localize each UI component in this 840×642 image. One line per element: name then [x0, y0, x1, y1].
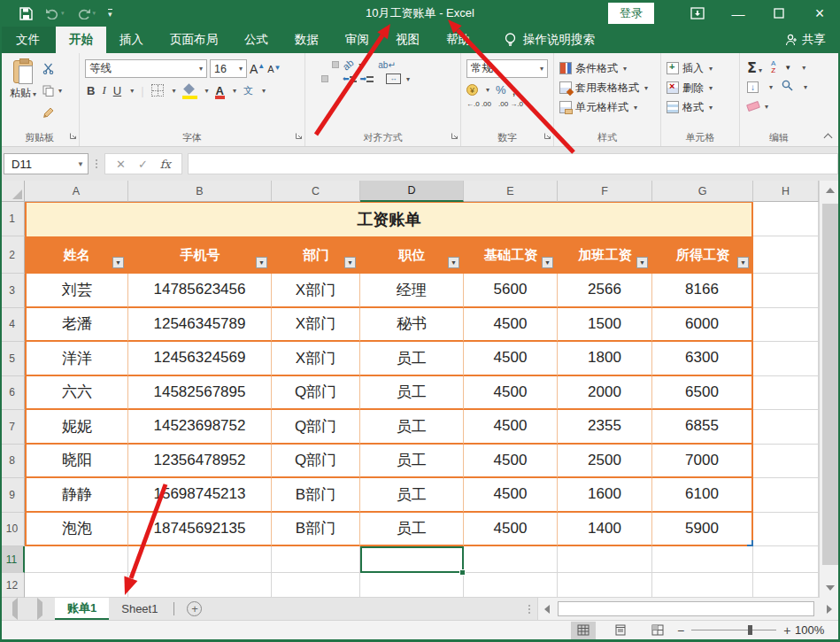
table-resize-handle[interactable]	[747, 540, 753, 546]
save-button[interactable]	[19, 7, 33, 20]
cell[interactable]	[652, 546, 753, 573]
column-filter-header[interactable]: 姓名▼	[25, 236, 128, 274]
align-bottom-button[interactable]	[332, 61, 339, 68]
column-header-F[interactable]: F	[558, 181, 652, 202]
cell[interactable]: Q部门	[272, 376, 360, 411]
row-header-2[interactable]: 2	[0, 236, 25, 274]
row-header-7[interactable]: 7	[0, 410, 25, 445]
cell[interactable]: 员工	[360, 445, 464, 479]
delete-cells-button[interactable]: 删除▾	[667, 78, 734, 97]
cell[interactable]: 4500	[464, 342, 558, 376]
decrease-indent-button[interactable]: ⬅	[343, 74, 357, 83]
font-size-select[interactable]: 16▾	[210, 59, 247, 78]
filter-button[interactable]: ▼	[737, 257, 749, 268]
cell[interactable]: 员工	[360, 410, 464, 445]
cell[interactable]: Q部门	[272, 445, 360, 479]
cell[interactable]: 12456324569	[128, 342, 272, 376]
align-right-button[interactable]	[332, 75, 339, 82]
tab-page-layout[interactable]: 页面布局	[157, 27, 231, 53]
cell[interactable]: X部门	[272, 342, 360, 376]
decrease-decimal-button[interactable]: .00 →.0	[498, 101, 523, 109]
row-header-1[interactable]: 1	[0, 202, 25, 236]
cell[interactable]: X部门	[272, 308, 360, 343]
row-header-9[interactable]: 9	[0, 478, 25, 513]
cell-styles-button[interactable]: 单元格样式▾	[559, 97, 655, 117]
tab-review[interactable]: 审阅	[332, 27, 382, 53]
cell[interactable]: 老潘	[25, 308, 128, 343]
tab-insert[interactable]: 插入	[106, 27, 157, 53]
row-header-3[interactable]: 3	[0, 274, 25, 308]
merge-center-button[interactable]: ↔	[386, 73, 401, 84]
clear-button[interactable]	[746, 101, 760, 112]
fill-handle[interactable]	[459, 569, 466, 576]
increase-indent-button[interactable]: ➡	[360, 74, 374, 83]
cell[interactable]	[558, 573, 652, 598]
cell[interactable]	[652, 573, 753, 598]
cell[interactable]: 泡泡	[25, 513, 128, 547]
scroll-up-button[interactable]	[820, 181, 840, 200]
cell[interactable]: 14582567895	[128, 376, 272, 411]
cell[interactable]: 晓阳	[25, 445, 128, 479]
column-header-A[interactable]: A	[25, 181, 128, 202]
shrink-font-button[interactable]: A▼	[267, 64, 281, 74]
cell[interactable]: 1400	[558, 513, 652, 547]
row-header-12[interactable]: 12	[0, 573, 25, 598]
tab-help[interactable]: 帮助	[433, 27, 483, 53]
tab-file[interactable]: 文件	[0, 27, 56, 53]
cell[interactable]: 2566	[558, 274, 652, 308]
undo-button[interactable]: ▾	[45, 8, 65, 19]
horizontal-scrollbar-thumb[interactable]	[558, 601, 814, 616]
align-top-button[interactable]	[311, 61, 318, 68]
next-sheet-button[interactable]	[37, 602, 42, 615]
zoom-slider-thumb[interactable]	[748, 625, 752, 635]
page-layout-view-button[interactable]	[608, 622, 633, 639]
cell[interactable]	[360, 573, 464, 598]
autosum-button[interactable]: Σ▾	[747, 59, 762, 76]
minimize-button[interactable]: —	[718, 0, 759, 27]
cell[interactable]: 4500	[464, 376, 558, 411]
cancel-entry-button[interactable]: ✕	[116, 158, 126, 171]
filter-button[interactable]: ▼	[112, 257, 124, 268]
cell[interactable]: 7000	[652, 445, 753, 479]
cell[interactable]: 妮妮	[25, 410, 128, 445]
column-filter-header[interactable]: 基础工资▼	[464, 236, 558, 274]
clipboard-dialog-launcher[interactable]	[69, 128, 77, 143]
cut-button[interactable]	[42, 59, 62, 77]
cell[interactable]: 2500	[558, 445, 652, 479]
alignment-dialog-launcher[interactable]	[451, 128, 459, 143]
share-button[interactable]: 共享	[771, 27, 840, 53]
row-header-5[interactable]: 5	[0, 342, 25, 376]
zoom-out-button[interactable]: −	[677, 623, 684, 638]
row-header-11[interactable]: 11	[0, 546, 25, 573]
scroll-right-button[interactable]	[821, 598, 838, 620]
percent-style-button[interactable]: %	[496, 83, 506, 97]
scroll-down-button[interactable]	[820, 578, 840, 598]
column-filter-header[interactable]: 加班工资▼	[558, 236, 652, 274]
format-cells-button[interactable]: 格式▾	[667, 97, 734, 117]
column-header-C[interactable]: C	[272, 181, 360, 202]
sheet-tab-sheet1[interactable]: Sheet1	[109, 598, 170, 620]
number-format-select[interactable]: 常规▾	[466, 59, 548, 78]
cell[interactable]: 员工	[360, 478, 464, 513]
cell[interactable]	[464, 573, 558, 598]
sort-filter-button[interactable]: AZ	[771, 60, 775, 74]
comma-style-button[interactable]: ,	[512, 82, 516, 97]
cell[interactable]	[25, 573, 128, 598]
cell[interactable]	[272, 546, 360, 573]
cell[interactable]: 1800	[558, 342, 652, 376]
column-header-B[interactable]: B	[128, 181, 272, 202]
cell[interactable]: 6000	[652, 308, 753, 343]
cell[interactable]: 4500	[464, 478, 558, 513]
grow-font-button[interactable]: A▲	[250, 62, 265, 76]
borders-button[interactable]	[151, 84, 164, 97]
zoom-slider[interactable]	[691, 630, 776, 630]
tab-data[interactable]: 数据	[281, 27, 332, 53]
login-button[interactable]: 登录	[608, 3, 654, 24]
cell-title[interactable]: 工资账单	[25, 202, 753, 236]
sheet-tab-zhangdan1[interactable]: 账单1	[55, 598, 109, 620]
cell[interactable]: 6500	[652, 376, 753, 411]
row-header-8[interactable]: 8	[0, 445, 25, 479]
cell[interactable]: 2355	[558, 410, 652, 445]
cell[interactable]: B部门	[272, 513, 360, 547]
fill-color-button[interactable]	[183, 85, 197, 96]
